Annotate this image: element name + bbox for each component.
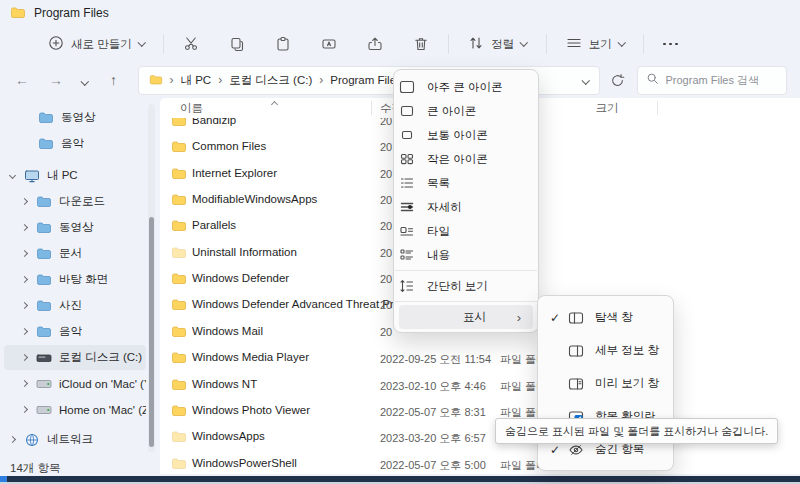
folder-icon [171,429,187,445]
paste-button[interactable] [271,31,295,57]
sidebar-item-pictures[interactable]: 사진 [4,293,146,318]
show-submenu-item-details-pane[interactable]: 세부 정보 창 [543,334,668,367]
file-modified-date: 2022-05-07 오후 8:31 [380,405,486,420]
sidebar-item-music-quick[interactable]: 음악 [4,131,146,156]
breadcrumb-item-내-pc[interactable]: 내 PC [181,73,212,88]
column-separator[interactable] [371,101,372,115]
selected-bullet [408,205,412,209]
back-button[interactable]: ← [14,72,30,88]
sidebar-item-documents[interactable]: 문서 [4,241,146,266]
delete-button[interactable] [409,31,433,57]
sidebar-folder-icon [36,220,52,236]
sidebar-item-this-pc[interactable]: 내 PC [4,163,146,188]
file-name: WindowsApps [192,430,265,442]
chevron-right-icon[interactable] [9,436,16,443]
breadcrumb-item-program-files[interactable]: Program Files [330,74,402,86]
view-menu-item-tiles[interactable]: 타일 [399,219,533,243]
rename-button[interactable] [317,31,341,57]
copy-button[interactable] [225,31,249,57]
show-submenu-item-navigation-pane[interactable]: ✓탐색 창 [543,301,668,334]
view-menu-item-details[interactable]: 자세히 [399,195,533,219]
view-menu-item-small-icons[interactable]: 작은 아이콘 [399,147,533,171]
sidebar-item-network[interactable]: 네트워크 [4,427,146,452]
sidebar-scrollbar-thumb[interactable] [149,217,154,447]
menu-item-label: 타일 [427,224,450,239]
refresh-button[interactable] [610,73,625,88]
cut-button[interactable] [179,31,203,57]
sidebar-folder-icon [36,246,52,262]
forward-button[interactable]: → [48,72,64,88]
chevron-right-icon[interactable] [21,406,28,413]
show-submenu-item-preview-pane[interactable]: 미리 보기 창 [543,367,668,400]
sidebar-item-local-disk-c[interactable]: 로컬 디스크 (C:) [4,345,146,370]
sidebar-item-videos-quick[interactable]: 동영상 [4,105,146,130]
sidebar-item-desktop[interactable]: 바탕 화면 [4,267,146,292]
extra-large-icons-icon [399,79,415,95]
more-button[interactable] [655,37,686,52]
sort-button[interactable]: 정렬 [460,30,535,58]
file-explorer-window: Program Files 새로 만들기 정렬 보기 [0,0,800,484]
search-box[interactable] [637,66,787,95]
column-header-name[interactable]: 이름 [180,101,203,116]
chevron-right-icon[interactable] [21,354,28,361]
view-button[interactable]: 보기 [558,30,633,58]
chevron-right-icon[interactable] [21,198,28,205]
column-header-size[interactable]: 크기 [585,101,629,116]
file-row-windows-media-player[interactable]: Windows Media Player2022-09-25 오전 11:54파… [160,345,800,371]
folder-icon [171,166,187,182]
file-modified-date: 20 [380,194,392,206]
folder-icon [171,139,187,155]
medium-icons-icon [399,127,415,143]
breadcrumb-item-로컬-디스크-c[interactable]: 로컬 디스크 (C:) [229,73,312,88]
view-menu-item-show[interactable]: 표시› [399,305,533,329]
up-button[interactable]: ↑ [106,72,122,88]
chevron-down-icon [520,39,528,47]
chevron-right-icon[interactable] [21,302,28,309]
search-icon [646,71,659,89]
folder-icon [171,456,187,472]
sidebar-item-videos[interactable]: 동영상 [4,215,146,240]
view-menu-item-extra-large-icons[interactable]: 아주 큰 아이콘 [399,75,533,99]
view-menu-item-list[interactable]: 목록 [399,171,533,195]
file-name: ModifiableWindowsApps [192,193,317,205]
chevron-right-icon[interactable] [21,276,28,283]
sidebar-folder-icon [36,324,52,340]
chevron-right-icon[interactable] [21,224,28,231]
column-separator[interactable] [657,101,658,115]
share-button[interactable] [363,31,387,57]
view-menu-item-content[interactable]: 내용 [399,243,533,267]
view-menu-item-large-icons[interactable]: 큰 아이콘 [399,99,533,123]
chevron-right-icon[interactable] [21,380,28,387]
file-name: Windows NT [192,378,257,390]
sidebar-folder-icon [38,136,54,152]
sidebar-item-downloads[interactable]: 다운로드 [4,189,146,214]
menu-item-label: 목록 [427,176,450,191]
compact-view-icon [399,278,415,294]
navigation-pane-icon [568,310,584,326]
menu-separator [395,301,537,302]
view-lines-icon [566,35,582,53]
chevron-down-icon[interactable] [9,172,16,179]
sidebar-item-label: 음악 [59,324,82,339]
view-menu-item-medium-icons[interactable]: 보통 아이콘 [399,123,533,147]
chevron-down-icon [618,39,626,47]
preview-pane-icon [568,376,584,392]
menu-item-label: 탐색 창 [595,310,633,325]
sidebar-item-icloud-mac-y[interactable]: iCloud on 'Mac' (Y:) [4,371,146,396]
file-modified-date: 20 [380,326,392,338]
recent-locations-button[interactable] [82,71,88,89]
address-dropdown-button[interactable] [583,74,589,86]
file-row-windowspowershell[interactable]: WindowsPowerShell2022-05-07 오후 5:00파일 폴더 [160,451,800,474]
menu-item-label: 작은 아이콘 [427,152,488,167]
edit-icon-group [179,31,433,57]
new-button[interactable]: 새로 만들기 [40,30,152,58]
chevron-right-icon[interactable] [21,328,28,335]
sidebar-item-music[interactable]: 음악 [4,319,146,344]
file-row-windows-nt[interactable]: Windows NT2023-02-10 오후 4:46파일 폴더 [160,372,800,398]
chevron-right-icon[interactable] [21,250,28,257]
search-input[interactable] [666,74,776,86]
sidebar-item-home-mac-z[interactable]: Home on 'Mac' (Z:) [4,397,146,422]
file-modified-date: 2022-09-25 오전 11:54 [380,352,491,367]
view-menu-item-compact-view[interactable]: 간단히 보기 [399,274,533,298]
sidebar-item-label: 음악 [61,136,84,151]
